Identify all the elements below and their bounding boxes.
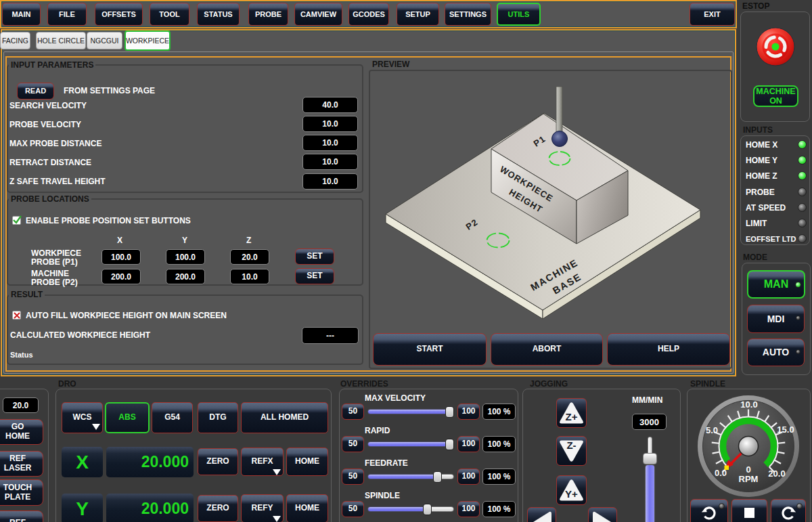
svg-text:15.0: 15.0 (777, 425, 794, 435)
svg-text:Z+: Z+ (566, 411, 578, 422)
svg-text:0: 0 (746, 464, 750, 475)
svg-text:Y+: Y+ (565, 488, 578, 500)
svg-text:RPM: RPM (739, 474, 759, 484)
svg-text:Z-: Z- (566, 439, 576, 451)
svg-text:20.0: 20.0 (768, 469, 785, 479)
svg-text:5.0: 5.0 (706, 425, 718, 435)
svg-text:10.0: 10.0 (740, 399, 757, 410)
